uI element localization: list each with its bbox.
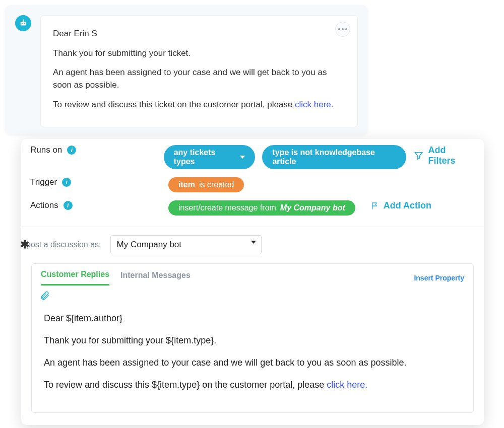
editor-line: To review and discuss this ${item.type} … — [44, 378, 461, 392]
automation-config-card: Runs on i any tickets types type is not … — [21, 139, 484, 425]
runs-on-row: Runs on i any tickets types type is not … — [21, 139, 484, 171]
filter-icon — [413, 150, 424, 161]
click-here-link[interactable]: click here. — [327, 380, 367, 390]
info-icon[interactable]: i — [67, 146, 76, 155]
info-icon[interactable]: i — [62, 178, 71, 187]
actions-row: Actions i insert/create message from My … — [21, 194, 484, 218]
pill-action[interactable]: insert/create message from My Company bo… — [168, 200, 355, 216]
editor-text: To review and discuss this ${item.type} … — [44, 380, 327, 390]
pill-light: is created — [199, 180, 234, 189]
add-filters-button[interactable]: Add Filters — [413, 145, 474, 166]
flag-icon — [370, 201, 380, 211]
tab-internal-messages[interactable]: Internal Messages — [120, 271, 191, 285]
required-asterisk-icon: ✱ — [20, 238, 29, 251]
message-line: Thank you for submitting your ticket. — [53, 47, 345, 60]
svg-point-2 — [24, 23, 25, 24]
editor-line: Thank you for submitting your ${item.typ… — [44, 334, 461, 348]
message-preview-card: Dear Erin S Thank you for submitting you… — [5, 5, 368, 134]
pill-trigger[interactable]: item is created — [168, 177, 244, 192]
actions-label: Actions — [30, 200, 58, 210]
paperclip-icon[interactable] — [40, 291, 50, 301]
chevron-down-icon — [251, 241, 256, 244]
trigger-row: Trigger i item is created — [21, 171, 484, 194]
message-text: To review and discuss this ticket on the… — [53, 100, 295, 109]
more-menu-button[interactable] — [335, 22, 350, 37]
divider — [21, 227, 484, 227]
chevron-down-icon — [240, 156, 245, 159]
insert-property-button[interactable]: Insert Property — [414, 274, 464, 282]
svg-point-4 — [23, 19, 24, 20]
post-as-select[interactable]: My Company bot — [110, 235, 262, 254]
message-body: Dear Erin S Thank you for submitting you… — [40, 15, 358, 127]
editor-line: An agent has been assigned to your case … — [44, 356, 461, 370]
select-value: My Company bot — [117, 240, 182, 249]
post-as-row: ✱ post a discussion as: My Company bot — [21, 233, 484, 259]
svg-rect-3 — [23, 20, 24, 22]
message-greeting: Dear Erin S — [53, 28, 345, 40]
bot-avatar-icon — [15, 15, 31, 31]
post-as-label: post a discussion as: — [26, 240, 101, 249]
editor-line: Dear ${item.author} — [44, 312, 461, 326]
click-here-link[interactable]: click here. — [295, 100, 334, 109]
message-line: To review and discuss this ticket on the… — [53, 99, 345, 111]
add-action-label: Add Action — [384, 200, 431, 211]
pill-any-ticket-types[interactable]: any tickets types — [164, 145, 256, 169]
info-icon[interactable]: i — [64, 201, 73, 210]
pill-not-knowledgebase[interactable]: type is not knowledgebase article — [262, 145, 406, 169]
pill-light: insert/create message from — [178, 203, 276, 212]
message-line: An agent has been assigned to your case … — [53, 66, 345, 91]
trigger-label: Trigger — [30, 177, 57, 187]
message-editor: Customer Replies Internal Messages Inser… — [31, 263, 474, 413]
pill-label: any tickets types — [174, 148, 236, 166]
pill-strong: item — [178, 180, 195, 189]
svg-rect-0 — [21, 22, 26, 26]
pill-bot-name: My Company bot — [280, 203, 345, 212]
add-filters-label: Add Filters — [428, 145, 474, 166]
runs-on-label: Runs on — [30, 145, 62, 155]
add-action-button[interactable]: Add Action — [370, 200, 431, 211]
editor-body[interactable]: Dear ${item.author} Thank you for submit… — [32, 303, 473, 412]
tab-customer-replies[interactable]: Customer Replies — [41, 270, 109, 286]
svg-point-1 — [22, 23, 23, 24]
